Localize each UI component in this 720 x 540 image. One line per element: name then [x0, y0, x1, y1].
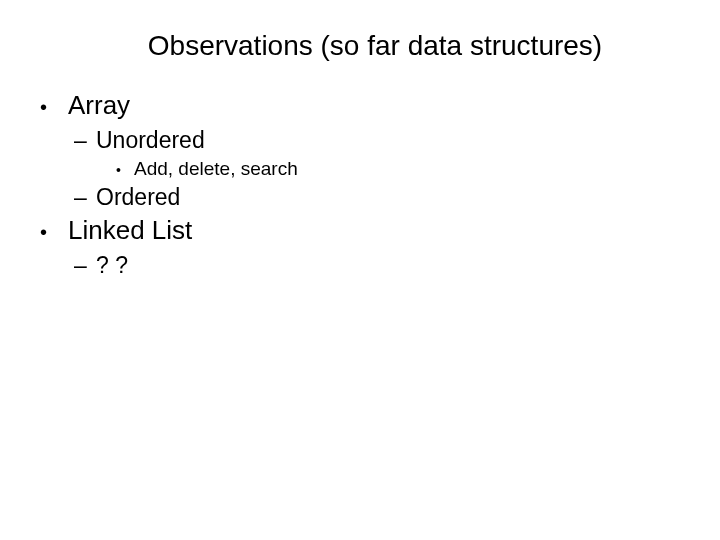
subbullet-unordered-text: Unordered: [96, 127, 205, 153]
disc-bullet-icon: •: [116, 162, 134, 178]
bullet-array: •Array: [40, 90, 680, 121]
subbullet-unordered: –Unordered: [74, 127, 680, 154]
subbullet-ordered-text: Ordered: [96, 184, 180, 210]
disc-bullet-icon: •: [40, 221, 68, 244]
bullet-linked-list-text: Linked List: [68, 215, 192, 245]
dash-bullet-icon: –: [74, 127, 96, 154]
dash-bullet-icon: –: [74, 252, 96, 279]
subsubbullet-add-delete-search: •Add, delete, search: [116, 158, 680, 180]
subbullet-ordered: –Ordered: [74, 184, 680, 211]
disc-bullet-icon: •: [40, 96, 68, 119]
slide-title: Observations (so far data structures): [90, 30, 660, 62]
bullet-linked-list: •Linked List: [40, 215, 680, 246]
subbullet-question-text: ? ?: [96, 252, 128, 278]
bullet-array-text: Array: [68, 90, 130, 120]
subsubbullet-text: Add, delete, search: [134, 158, 298, 179]
dash-bullet-icon: –: [74, 184, 96, 211]
subbullet-question: –? ?: [74, 252, 680, 279]
